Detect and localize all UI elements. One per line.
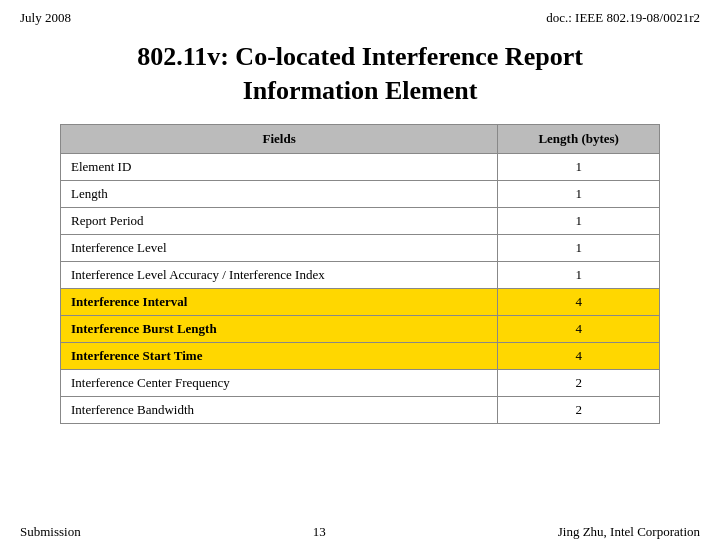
table-row: Interference Bandwidth2 [61,396,660,423]
main-content: 802.11v: Co-located Interference Report … [0,30,720,424]
field-cell: Report Period [61,207,498,234]
length-cell: 4 [498,342,660,369]
table-row: Interference Center Frequency2 [61,369,660,396]
table-row: Interference Start Time4 [61,342,660,369]
length-cell: 1 [498,180,660,207]
length-cell: 2 [498,396,660,423]
length-cell: 1 [498,153,660,180]
footer-left: Submission [20,524,81,540]
field-cell: Interference Level [61,234,498,261]
table-row: Interference Level Accuracy / Interferen… [61,261,660,288]
table-row: Report Period1 [61,207,660,234]
field-cell: Length [61,180,498,207]
footer-bar: Submission 13 Jing Zhu, Intel Corporatio… [0,510,720,540]
length-cell: 1 [498,207,660,234]
field-cell: Interference Bandwidth [61,396,498,423]
table-row: Interference Burst Length4 [61,315,660,342]
header-left: July 2008 [20,10,71,26]
length-cell: 4 [498,288,660,315]
page-title: 802.11v: Co-located Interference Report … [60,40,660,108]
table-row: Element ID1 [61,153,660,180]
field-cell: Interference Burst Length [61,315,498,342]
table-row: Interference Level1 [61,234,660,261]
table-row: Length1 [61,180,660,207]
header-bar: July 2008 doc.: IEEE 802.19-08/0021r2 [0,0,720,30]
length-cell: 1 [498,234,660,261]
length-cell: 1 [498,261,660,288]
table-row: Interference Interval4 [61,288,660,315]
field-cell: Interference Level Accuracy / Interferen… [61,261,498,288]
info-table: Fields Length (bytes) Element ID1Length1… [60,124,660,424]
col-length-header: Length (bytes) [498,124,660,153]
field-cell: Interference Center Frequency [61,369,498,396]
footer-center: 13 [81,524,558,540]
col-fields-header: Fields [61,124,498,153]
footer-right: Jing Zhu, Intel Corporation [558,524,700,540]
field-cell: Element ID [61,153,498,180]
header-right: doc.: IEEE 802.19-08/0021r2 [546,10,700,26]
field-cell: Interference Start Time [61,342,498,369]
length-cell: 4 [498,315,660,342]
field-cell: Interference Interval [61,288,498,315]
length-cell: 2 [498,369,660,396]
